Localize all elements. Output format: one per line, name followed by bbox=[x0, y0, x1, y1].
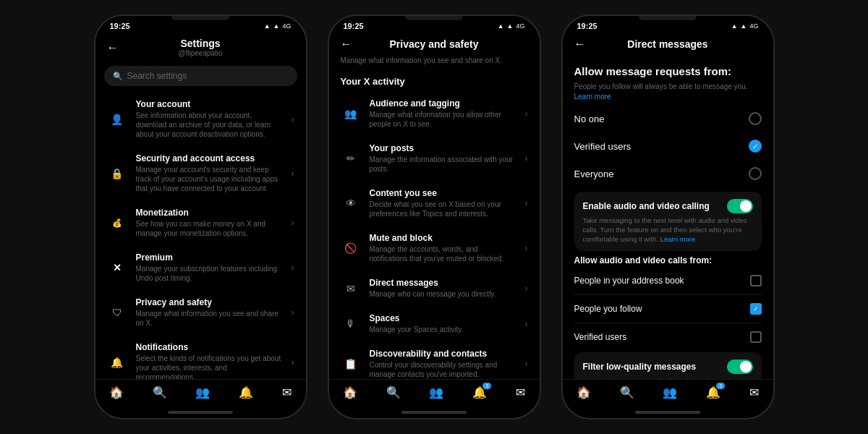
notification-badge: 3 bbox=[482, 383, 491, 389]
chevron-right-icon: › bbox=[525, 153, 528, 163]
screen-content: Allow message requests from: People you … bbox=[563, 56, 773, 379]
option-everyone[interactable]: Everyone bbox=[574, 160, 762, 187]
item-title: Notifications bbox=[136, 342, 283, 352]
notch bbox=[639, 16, 697, 20]
monetization-icon: 💰 bbox=[107, 213, 127, 233]
item-title: Monetization bbox=[136, 208, 283, 218]
audio-video-toggle[interactable] bbox=[727, 199, 753, 213]
people-nav-icon[interactable]: 👥 bbox=[195, 386, 210, 399]
settings-item-privacy[interactable]: 🛡 Privacy and safety Manage what informa… bbox=[95, 290, 306, 335]
nav-bar: ← Settings @flipeeapatio bbox=[95, 33, 306, 63]
signal-icon: ▲ bbox=[731, 22, 738, 30]
phone-privacy: 19:25 ▲ ▲ 4G ← Privacy and safety Manage… bbox=[328, 14, 541, 420]
spaces-icon: 🎙 bbox=[341, 314, 361, 334]
checkbox-address-book[interactable]: People in your address book bbox=[574, 270, 762, 292]
chevron-right-icon: › bbox=[525, 243, 528, 253]
settings-item-security[interactable]: 🔒 Security and account access Manage you… bbox=[95, 146, 306, 200]
people-nav-icon[interactable]: 👥 bbox=[429, 386, 443, 399]
account-icon: 👤 bbox=[107, 109, 127, 129]
status-time: 19:25 bbox=[110, 22, 130, 30]
notch bbox=[405, 16, 463, 20]
learn-more-link[interactable]: Learn more bbox=[660, 235, 696, 243]
settings-list: 👤 Your account See information about you… bbox=[95, 92, 306, 379]
checkbox-verified-calls-input[interactable] bbox=[750, 331, 762, 343]
privacy-item-mute[interactable]: 🚫 Mute and block Manage the accounts, wo… bbox=[329, 226, 540, 271]
home-indicator bbox=[168, 411, 233, 414]
settings-item-notifications[interactable]: 🔔 Notifications Select the kinds of noti… bbox=[95, 335, 306, 379]
option-no-one[interactable]: No one bbox=[574, 105, 762, 132]
privacy-item-posts[interactable]: ✏ Your posts Manage the information asso… bbox=[329, 136, 540, 181]
toggle-row: Enable audio and video calling bbox=[583, 199, 753, 213]
home-nav-icon[interactable]: 🏠 bbox=[109, 386, 124, 399]
search-nav-icon[interactable]: 🔍 bbox=[620, 386, 634, 399]
search-bar[interactable]: 🔍 Search settings bbox=[104, 66, 297, 86]
settings-item-account[interactable]: 👤 Your account See information about you… bbox=[95, 92, 306, 146]
item-title: Spaces bbox=[370, 313, 516, 323]
notifications-nav-icon[interactable]: 🔔 bbox=[239, 386, 253, 399]
item-title: Your account bbox=[136, 99, 283, 109]
nav-bar: ← Direct messages bbox=[563, 33, 773, 56]
item-desc: Manage what information you see and shar… bbox=[136, 309, 283, 328]
calls-section: Allow audio and video calls from: People… bbox=[574, 255, 762, 348]
settings-item-premium[interactable]: ✕ Premium Manage your subscription featu… bbox=[95, 245, 306, 290]
chevron-right-icon: › bbox=[525, 198, 528, 208]
radio-no-one[interactable] bbox=[749, 112, 762, 125]
divider bbox=[574, 323, 762, 323]
bottom-nav: 🏠 🔍 👥 🔔 ✉ bbox=[95, 379, 306, 408]
option-verified[interactable]: Verified users bbox=[574, 132, 762, 160]
battery-icon: 4G bbox=[749, 22, 758, 30]
chevron-right-icon: › bbox=[525, 284, 528, 294]
privacy-item-content[interactable]: 👁 Content you see Decide what you see on… bbox=[329, 181, 540, 226]
filter-toggle[interactable] bbox=[727, 359, 753, 374]
home-indicator bbox=[401, 411, 467, 414]
privacy-item-spaces[interactable]: 🎙 Spaces Manage your Spaces activity. › bbox=[329, 306, 540, 341]
item-desc: Manage the accounts, words, and notifica… bbox=[370, 244, 516, 263]
radio-everyone[interactable] bbox=[749, 167, 762, 180]
item-desc: See information about your account, down… bbox=[136, 111, 283, 139]
item-desc: Decide what you see on X based on your p… bbox=[370, 200, 516, 218]
privacy-icon: 🛡 bbox=[107, 302, 127, 323]
mail-nav-icon[interactable]: ✉ bbox=[749, 386, 759, 399]
page-title: Settings @flipeeapatio bbox=[124, 38, 277, 57]
home-nav-icon[interactable]: 🏠 bbox=[576, 386, 591, 399]
wifi-icon: ▲ bbox=[741, 22, 747, 30]
privacy-item-audience[interactable]: 👥 Audience and tagging Manage what infor… bbox=[329, 91, 540, 136]
back-button[interactable]: ← bbox=[341, 38, 358, 51]
item-desc: Control your discoverability settings an… bbox=[370, 360, 516, 379]
option-label: Verified users bbox=[574, 141, 631, 152]
settings-item-monetization[interactable]: 💰 Monetization See how you can make mone… bbox=[95, 200, 306, 245]
item-desc: Manage who can message you directly. bbox=[370, 289, 516, 299]
dm-content: Allow message requests from: People you … bbox=[563, 56, 773, 379]
people-nav-icon[interactable]: 👥 bbox=[663, 386, 677, 399]
toggle-row: Filter low-quality messages bbox=[583, 359, 753, 374]
back-button[interactable]: ← bbox=[574, 38, 592, 51]
search-nav-icon[interactable]: 🔍 bbox=[386, 386, 401, 399]
back-button[interactable]: ← bbox=[107, 41, 124, 54]
checkbox-people-follow[interactable]: People you follow bbox=[574, 298, 762, 320]
item-title: Security and account access bbox=[136, 153, 283, 163]
privacy-item-discover[interactable]: 📋 Discoverability and contacts Control y… bbox=[329, 341, 540, 379]
status-time: 19:25 bbox=[577, 22, 597, 30]
item-title: Your posts bbox=[370, 143, 516, 153]
battery-icon: 4G bbox=[516, 22, 524, 30]
filter-section: Filter low-quality messages Hide message… bbox=[574, 352, 762, 379]
checkbox-address-book-input[interactable] bbox=[750, 275, 762, 286]
checkbox-label: People you follow bbox=[574, 304, 642, 314]
home-nav-icon[interactable]: 🏠 bbox=[343, 386, 357, 399]
checkbox-people-follow-input[interactable] bbox=[750, 303, 762, 315]
filter-label: Filter low-quality messages bbox=[583, 362, 697, 372]
notifications-nav-icon[interactable]: 🔔 3 bbox=[706, 386, 720, 399]
mail-nav-icon[interactable]: ✉ bbox=[516, 386, 525, 399]
screen-content: 🔍 Search settings 👤 Your account See inf… bbox=[95, 63, 306, 379]
chevron-right-icon: › bbox=[292, 218, 294, 228]
item-desc: Manage what information you allow other … bbox=[370, 110, 516, 129]
mail-nav-icon[interactable]: ✉ bbox=[282, 386, 292, 399]
item-title: Content you see bbox=[370, 188, 516, 198]
search-nav-icon[interactable]: 🔍 bbox=[153, 386, 167, 399]
privacy-item-dm[interactable]: ✉ Direct messages Manage who can message… bbox=[329, 271, 540, 306]
learn-more-link[interactable]: Learn more bbox=[574, 93, 611, 101]
radio-verified[interactable] bbox=[749, 140, 762, 153]
checkbox-verified-calls[interactable]: Verified users bbox=[574, 326, 762, 348]
bottom-nav: 🏠 🔍 👥 🔔 3 ✉ bbox=[329, 379, 540, 408]
notifications-nav-icon[interactable]: 🔔 3 bbox=[472, 386, 487, 399]
